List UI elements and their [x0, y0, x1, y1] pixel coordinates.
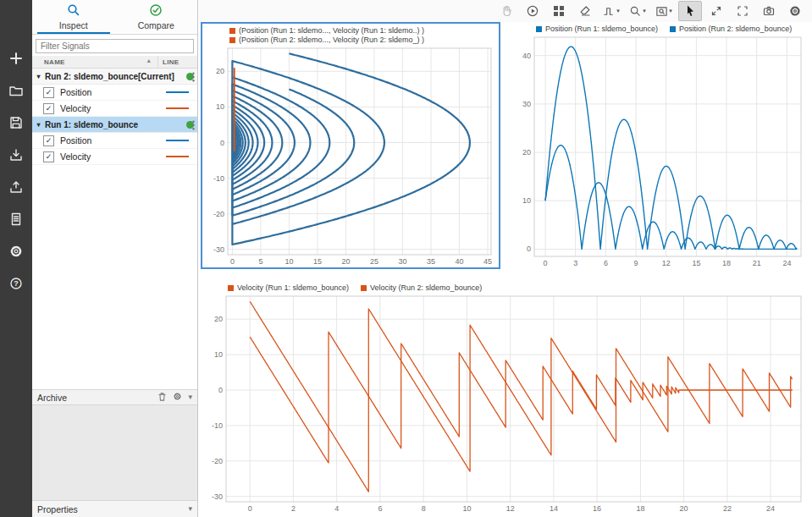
- create-report-button[interactable]: [3, 205, 30, 233]
- pointer-button[interactable]: [678, 1, 702, 21]
- row-menu-icon[interactable]: [192, 120, 195, 130]
- legend-label: Velocity (Run 2: sldemo_bounce): [370, 283, 482, 292]
- signal-line-swatch[interactable]: [166, 140, 189, 141]
- svg-text:24: 24: [782, 259, 791, 267]
- subplot-position[interactable]: Position (Run 1: sldemo_bounce)Position …: [509, 22, 809, 269]
- column-header-line[interactable]: LINE: [157, 56, 197, 68]
- xy-plot-canvas[interactable]: 051015202530354045-30-20-1001020: [202, 44, 499, 267]
- preferences-button[interactable]: [3, 237, 30, 265]
- zoom-button[interactable]: ▾: [626, 1, 649, 21]
- signal-checkbox[interactable]: ✓: [43, 87, 54, 98]
- signal-row[interactable]: ✓Velocity: [32, 149, 197, 165]
- snapshot-button[interactable]: [757, 1, 781, 21]
- eraser-icon: [578, 4, 592, 18]
- expand-caret-icon[interactable]: ▾: [32, 73, 45, 80]
- tab-inspect[interactable]: Inspect: [32, 0, 115, 34]
- svg-text:35: 35: [427, 257, 435, 266]
- plot-settings-button[interactable]: [783, 1, 807, 21]
- velocity-plot-canvas[interactable]: 024681012141618202224-30-20-1001020: [201, 292, 809, 514]
- position-plot-canvas[interactable]: 03691215182124010203040: [509, 33, 809, 269]
- signal-generator-button[interactable]: ▾: [599, 1, 623, 21]
- svg-text:9: 9: [634, 259, 638, 267]
- open-button[interactable]: [3, 76, 30, 104]
- properties-expand-chevron-icon[interactable]: ▾: [188, 505, 192, 513]
- expand-arrows-icon: [710, 4, 723, 18]
- trash-icon[interactable]: [157, 392, 167, 404]
- legend-item: Position (Run 1: sldemo_bounce): [536, 25, 658, 33]
- archive-label: Archive: [37, 393, 152, 403]
- svg-text:30: 30: [522, 100, 531, 108]
- svg-text:?: ?: [14, 279, 19, 288]
- signal-line-swatch[interactable]: [166, 107, 189, 109]
- svg-text:0: 0: [230, 257, 235, 266]
- signal-label: Position: [60, 135, 91, 146]
- archive-section-bar[interactable]: Archive ▾: [32, 389, 197, 405]
- position-legend: Position (Run 1: sldemo_bounce)Position …: [509, 22, 809, 33]
- svg-text:-30: -30: [213, 245, 224, 254]
- signals-empty-area: [32, 165, 197, 389]
- replay-button[interactable]: [521, 1, 544, 21]
- signal-label: Velocity: [60, 103, 91, 113]
- search-icon: [67, 3, 80, 19]
- legend-marker-swatch: [670, 26, 676, 32]
- chevron-down-icon: ▾: [643, 8, 646, 14]
- svg-text:20: 20: [216, 67, 224, 75]
- svg-text:3: 3: [573, 259, 577, 267]
- signal-row[interactable]: ✓Velocity: [32, 101, 197, 117]
- fit-to-view-button[interactable]: ▾: [652, 1, 676, 21]
- signal-checkbox[interactable]: ✓: [43, 103, 54, 114]
- svg-text:-20: -20: [213, 210, 224, 218]
- simulation-data-inspector-window: ? Inspect Compare NAME ▴ LINE: [0, 0, 812, 517]
- expand-caret-icon[interactable]: ▾: [32, 121, 45, 129]
- pan-hand-button[interactable]: [494, 1, 518, 21]
- subplot-layout-button[interactable]: [547, 1, 571, 21]
- signal-line-swatch[interactable]: [166, 156, 189, 157]
- row-menu-icon[interactable]: [192, 72, 195, 82]
- subplot-xy-phase[interactable]: (Position (Run 1: sldemo..., Velocity (R…: [201, 22, 500, 269]
- export-button[interactable]: [3, 173, 30, 201]
- save-button[interactable]: [3, 108, 30, 136]
- signal-checkbox[interactable]: ✓: [43, 151, 54, 162]
- signal-row[interactable]: ✓Position: [32, 85, 197, 101]
- eraser-button[interactable]: [573, 1, 597, 21]
- filter-signals-input[interactable]: [36, 39, 194, 53]
- subplot-velocity[interactable]: Velocity (Run 1: sldemo_bounce)Velocity …: [201, 281, 809, 514]
- xy-plot-svg[interactable]: 051015202530354045-30-20-1001020: [202, 44, 499, 267]
- add-button[interactable]: [3, 44, 30, 72]
- properties-section-bar[interactable]: Properties ▾: [32, 500, 197, 517]
- svg-text:0: 0: [544, 259, 548, 267]
- svg-text:4: 4: [334, 504, 339, 513]
- archive-collapse-chevron-icon[interactable]: ▾: [188, 393, 192, 401]
- svg-text:16: 16: [593, 504, 601, 513]
- legend-item: Velocity (Run 2: sldemo_bounce): [361, 283, 482, 292]
- expand-button[interactable]: [704, 1, 728, 21]
- run-row[interactable]: ▾Run 2: sldemo_bounce[Current]: [32, 69, 197, 85]
- signals-table-body: ▾Run 2: sldemo_bounce[Current]✓Position✓…: [32, 69, 197, 165]
- svg-text:2: 2: [291, 504, 296, 513]
- column-header-name[interactable]: NAME: [32, 58, 157, 66]
- archive-settings-gear-icon[interactable]: [173, 392, 182, 403]
- panel-tabs: Inspect Compare: [32, 0, 197, 35]
- help-button[interactable]: ?: [3, 269, 30, 297]
- gear-icon: [788, 4, 802, 18]
- run-label: Run 1: sldemo_bounce: [45, 120, 138, 129]
- position-plot-svg[interactable]: 03691215182124010203040: [509, 33, 809, 269]
- svg-text:5: 5: [258, 257, 262, 266]
- tab-compare[interactable]: Compare: [115, 0, 198, 34]
- legend-label: (Position (Run 2: sldemo..., Velocity (R…: [239, 36, 424, 44]
- svg-text:45: 45: [483, 257, 492, 266]
- velocity-plot-svg[interactable]: 024681012141618202224-30-20-1001020: [201, 292, 809, 514]
- import-icon: [8, 147, 24, 162]
- signal-line-swatch[interactable]: [166, 91, 189, 93]
- svg-text:10: 10: [214, 350, 223, 359]
- run-row[interactable]: ▾Run 1: sldemo_bounce: [32, 117, 197, 133]
- signal-row[interactable]: ✓Position: [32, 133, 197, 149]
- replay-icon: [526, 4, 539, 18]
- sort-ascending-icon[interactable]: ▴: [147, 58, 151, 64]
- svg-text:12: 12: [662, 259, 671, 267]
- svg-text:-20: -20: [212, 457, 223, 465]
- fullscreen-button[interactable]: [731, 1, 754, 21]
- signal-checkbox[interactable]: ✓: [43, 135, 54, 146]
- import-button[interactable]: [3, 140, 30, 168]
- subplot-layout-icon: [552, 4, 566, 18]
